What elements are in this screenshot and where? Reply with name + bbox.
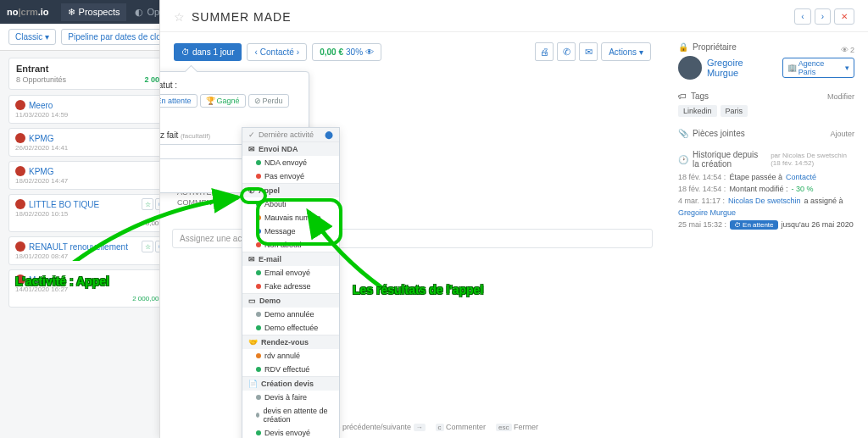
print-icon[interactable]: 🖨 — [535, 42, 554, 61]
owner-name[interactable]: Gregoire Murgue — [707, 58, 777, 78]
dd-label: E-mail — [259, 255, 281, 263]
dd-label: Création devis — [261, 380, 314, 388]
dd-devis-envoye[interactable]: Devis envoyé — [242, 426, 339, 438]
dd-section-devis: 📄 Création devis — [242, 376, 339, 391]
dd-section-rdv: 🤝 Rendez-vous — [242, 335, 339, 349]
phone-icon[interactable]: ✆ — [557, 42, 576, 61]
dd-derniere[interactable]: ✓ Dernière activité ⬤ — [242, 128, 339, 141]
dd-devis-attente[interactable]: devis en attente de création — [242, 404, 339, 426]
dd-label: Appel — [259, 186, 280, 195]
actions-label: Actions — [609, 47, 637, 57]
classic-dropdown[interactable]: Classic ▾ — [8, 29, 56, 45]
team-label: Agence Paris — [798, 59, 843, 76]
dot-icon — [256, 270, 261, 275]
reminder-button[interactable]: ⏱ dans 1 jour — [174, 43, 242, 61]
dd-rdv-annule[interactable]: rdv annulé — [242, 349, 339, 363]
dot-icon — [256, 160, 261, 165]
sb-label: En attente — [160, 97, 192, 105]
step-label: Contacté — [260, 47, 294, 57]
lead-card[interactable]: KPMG26/02/2020 14:41 — [8, 128, 171, 157]
dd-label: Demo effectuée — [264, 324, 318, 332]
owner-team-tag[interactable]: 🏢 Agence Paris ▾ — [782, 58, 854, 78]
dd-demo-annulee[interactable]: Demo annulée — [242, 308, 339, 321]
hist-link[interactable]: Contacté — [786, 173, 816, 181]
lead-card[interactable]: RENAULT renouvellement18/01/2020 08:47☆✆ — [8, 236, 171, 265]
lead-header: ☆ SUMMER MADE ‹ › ✕ — [160, 0, 868, 32]
email-icon[interactable]: ✉ — [579, 42, 598, 61]
card-date: 18/02/2020 14:47 — [15, 177, 164, 185]
dd-label: Devis à faire — [264, 393, 307, 402]
lead-card[interactable]: LITTLE BO TIQUE18/02/2020 10:15☆✆0,00 € — [8, 194, 171, 232]
lead-card[interactable]: Meero11/03/2020 14:59 — [8, 95, 171, 124]
popover-title: Choisissez un statut : — [160, 80, 300, 90]
section-tags: Tags — [691, 91, 709, 101]
views-num: 2 — [850, 46, 854, 54]
dd-label: Mauvais numéro — [264, 213, 321, 222]
column-header: Entrant 8 Opportunités2 000 — [8, 58, 171, 90]
what-done-label: Ce que vous avez fait — [160, 130, 178, 140]
section-pj: Pièces jointes — [693, 129, 745, 138]
dd-demo-effectuee[interactable]: Demo effectuée — [242, 321, 339, 335]
dd-non-abouti[interactable]: Non abouti — [242, 238, 339, 252]
card-name: Meero — [29, 275, 164, 285]
card-avatar — [15, 241, 25, 252]
nav-prospects[interactable]: ❄ Prospects — [61, 3, 127, 21]
prev-button[interactable]: ‹ — [794, 8, 810, 25]
next-button[interactable]: › — [815, 8, 831, 25]
hist-time: 4 mar. 11:17 : — [678, 197, 725, 205]
dd-nda-envoye[interactable]: NDA envoyé — [242, 156, 339, 169]
modifier-link[interactable]: Modifier — [827, 92, 854, 101]
dd-pas-envoye[interactable]: Pas envoyé — [242, 169, 339, 183]
hist-text: Montant modifié : — [729, 185, 787, 193]
hist-time: 18 fév. 14:54 : — [678, 185, 726, 193]
step-dropdown[interactable]: ‹ Contacté › — [247, 43, 307, 61]
assign-text: Assignez une act — [180, 234, 244, 243]
dot-icon — [256, 174, 261, 179]
lead-footer: ← Opportunité précédente/suivante → c Co… — [160, 418, 665, 431]
lead-card[interactable]: Meero14/01/2020 16:272 000,00 € — [8, 269, 171, 308]
facultatif-label: (facultatif) — [181, 132, 210, 140]
card-amount: 2 000,00 € — [15, 295, 164, 302]
dd-rdv-effectue[interactable]: RDV effectué — [242, 363, 339, 376]
lead-card[interactable]: KPMG18/02/2020 14:47 — [8, 161, 171, 190]
hist-text: a assigné à — [804, 197, 843, 205]
status-gagne[interactable]: 🏆 Gagné — [200, 94, 246, 108]
dd-label: Non abouti — [264, 241, 302, 249]
dd-label: Rendez-vous — [261, 338, 309, 347]
star-icon[interactable]: ☆ — [174, 10, 185, 24]
dd-message[interactable]: Message — [242, 225, 339, 238]
dd-section-demo: ▭ Demo — [242, 293, 339, 308]
dd-abouti[interactable]: Abouti — [242, 197, 339, 211]
ajouter-link[interactable]: Ajouter — [830, 130, 854, 138]
dd-label: Demo annulée — [264, 310, 314, 319]
status-perdu[interactable]: ⊘ Perdu — [248, 94, 289, 108]
hist-author: par Nicolas De swetschin — [771, 152, 847, 159]
close-button[interactable]: ✕ — [834, 8, 854, 25]
tag[interactable]: Paris — [721, 105, 748, 117]
lead-main: ⏱ dans 1 jour ‹ Contacté › 0,00 € 30% 👁 … — [160, 32, 665, 438]
column-entrant: Entrant 8 Opportunités2 000 Meero11/03/2… — [8, 58, 171, 431]
act-line: COMMENTS — [177, 197, 248, 208]
dd-label: Fake adresse — [264, 282, 311, 291]
dd-mauvais-numero[interactable]: Mauvais numéro — [242, 211, 339, 225]
dd-fake-adresse[interactable]: Fake adresse — [242, 280, 339, 293]
lead-sidebar: 👁 2 🔒 Propriétaire Gregoire Murgue 🏢 Age… — [665, 32, 868, 438]
dd-label: Demo — [259, 297, 281, 305]
hist-link[interactable]: Nicolas De swetschin — [728, 197, 801, 205]
hist-text: jusqu'au 26 mai 2020 — [782, 220, 854, 230]
lead-panel: ☆ SUMMER MADE ‹ › ✕ ⏱ dans 1 jour ‹ Cont… — [159, 0, 868, 438]
star-icon[interactable]: ☆ — [142, 241, 153, 252]
tag[interactable]: Linkedin — [678, 105, 717, 117]
sb-label: Gagné — [217, 97, 240, 105]
dot-icon — [256, 353, 261, 358]
dd-label: RDV effectué — [264, 365, 309, 374]
hist-when: (18 fév. 14:52) — [771, 159, 814, 167]
star-icon[interactable]: ☆ — [142, 198, 153, 210]
dd-label: Envoi NDA — [259, 145, 298, 153]
dd-email-envoye[interactable]: Email envoyé — [242, 266, 339, 280]
status-en-attente[interactable]: ⏱ En attente — [160, 94, 198, 108]
dd-devis-a-faire[interactable]: Devis à faire — [242, 391, 339, 404]
actions-dropdown[interactable]: Actions ▾ — [601, 42, 651, 61]
amount-box[interactable]: 0,00 € 30% 👁 — [312, 43, 381, 61]
hist-link[interactable]: Gregoire Murgue — [678, 208, 736, 217]
